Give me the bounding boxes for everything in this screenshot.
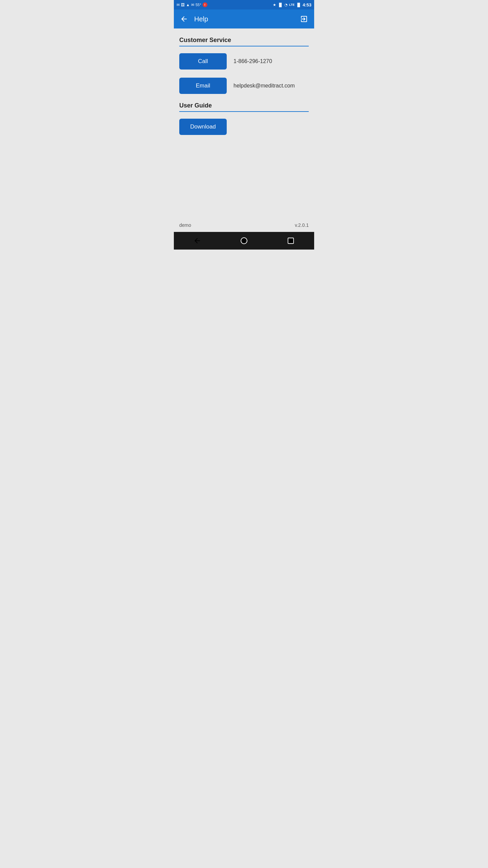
mail2-icon: ✉ [191,3,194,7]
call-row: Call 1-866-296-1270 [179,53,309,70]
customer-service-divider [179,46,309,46]
time-label: 4:53 [303,2,311,7]
call-button[interactable]: Call [179,53,227,70]
signal-bars: ▐▌ [296,3,301,7]
email-address: helpdesk@meditract.com [233,83,295,89]
footer: demo v.2.0.1 [174,218,314,232]
nav-recent-button[interactable] [283,233,298,248]
download-button[interactable]: Download [179,119,227,135]
customer-service-section: Customer Service Call 1-866-296-1270 Ema… [179,37,309,94]
app-bar-action-button[interactable] [297,12,311,26]
user-guide-section: User Guide Download [179,102,309,135]
warning-icon: ! [203,2,207,7]
image-icon: 🖼 [181,3,185,7]
app-bar-title: Help [194,15,297,23]
status-bar-left: ✉ 🖼 ▲ ✉ 55° ! [177,2,207,7]
battery-icon: ▐▌ [278,3,283,7]
nav-bar [174,232,314,250]
lte-icon: LTE [289,3,294,6]
status-bar-right: ★ ▐▌ ◔ LTE ▐▌ 4:53 [273,2,311,7]
customer-service-heading: Customer Service [179,37,309,44]
nav-back-button[interactable] [190,233,205,248]
clock-icon: ◔ [284,3,288,7]
user-guide-heading: User Guide [179,102,309,109]
back-button[interactable] [177,12,191,26]
email-row: Email helpdesk@meditract.com [179,78,309,94]
status-bar: ✉ 🖼 ▲ ✉ 55° ! ★ ▐▌ ◔ LTE ▐▌ 4:53 [174,0,314,9]
nav-home-button[interactable] [237,233,251,248]
wifi-icon: ▲ [186,3,190,7]
svg-rect-1 [288,238,294,244]
email-button[interactable]: Email [179,78,227,94]
version-label: v.2.0.1 [295,222,309,228]
mail-icon: ✉ [177,3,180,7]
phone-number: 1-866-296-1270 [233,58,272,64]
app-bar: Help [174,9,314,28]
demo-label: demo [179,222,191,228]
svg-point-0 [241,238,247,244]
bluetooth-icon: ★ [273,3,276,7]
content-area: Customer Service Call 1-866-296-1270 Ema… [174,28,314,218]
temp-label: 55° [196,3,201,7]
download-row: Download [179,119,309,135]
user-guide-divider [179,111,309,112]
